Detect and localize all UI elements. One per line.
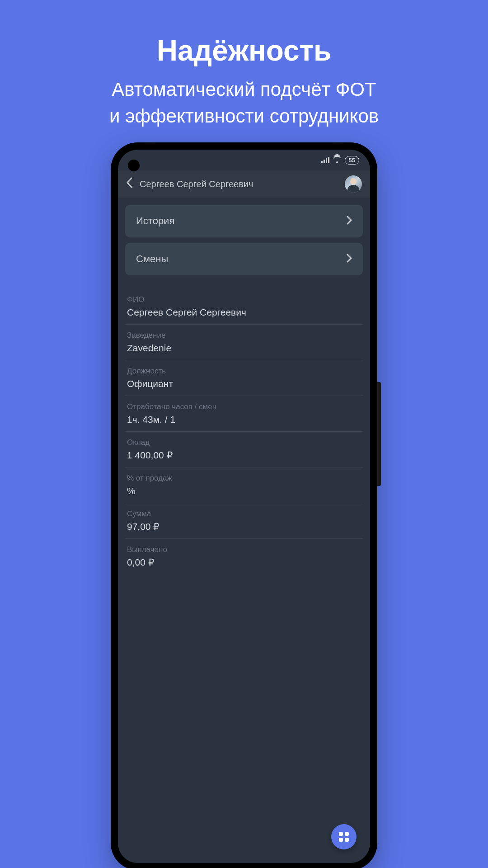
- info-row-sum: Сумма 97,00 ₽: [125, 503, 363, 539]
- nav-card-shifts-label: Смены: [136, 253, 168, 265]
- info-row-paid: Выплачено 0,00 ₽: [125, 539, 363, 574]
- info-label: Выплачено: [127, 545, 361, 554]
- promo-subtitle-line1: Автоматический подсчёт ФОТ: [112, 79, 376, 100]
- content-area: История Смены ФИО Сергеев С: [118, 198, 370, 574]
- info-label: % от продаж: [127, 474, 361, 483]
- info-label: Отработано часов / смен: [127, 402, 361, 411]
- app-header: Сергеев Сергей Сергеевич: [118, 170, 370, 198]
- info-value: Сергеев Сергей Сергеевич: [127, 307, 361, 318]
- nav-card-shifts[interactable]: Смены: [125, 243, 363, 275]
- nav-card-history-label: История: [136, 215, 174, 227]
- info-label: Оклад: [127, 438, 361, 447]
- info-section: ФИО Сергеев Сергей Сергеевич Заведение Z…: [125, 289, 363, 574]
- info-value: 0,00 ₽: [127, 557, 361, 568]
- info-value: Официант: [127, 378, 361, 389]
- signal-icon: [321, 157, 329, 163]
- promo-subtitle: Автоматический подсчёт ФОТ и эффективнос…: [0, 76, 488, 130]
- info-value: 1 400,00 ₽: [127, 450, 361, 461]
- info-row-hours: Отработано часов / смен 1ч. 43м. / 1: [125, 396, 363, 432]
- status-bar: 55: [118, 150, 370, 170]
- header-title: Сергеев Сергей Сергеевич: [140, 179, 338, 189]
- info-value: 1ч. 43м. / 1: [127, 414, 361, 425]
- wifi-icon: [333, 157, 341, 163]
- info-row-name: ФИО Сергеев Сергей Сергеевич: [125, 289, 363, 325]
- info-value: 97,00 ₽: [127, 521, 361, 532]
- avatar[interactable]: [345, 175, 362, 193]
- phone-side-button: [377, 382, 381, 486]
- phone-frame: 55 Сергеев Сергей Сергеевич История: [111, 142, 377, 868]
- status-icons: 55: [321, 156, 359, 165]
- info-value: Zavedenie: [127, 343, 361, 354]
- info-label: ФИО: [127, 295, 361, 304]
- back-icon[interactable]: [126, 177, 132, 191]
- camera-hole: [128, 160, 140, 171]
- info-row-venue: Заведение Zavedenie: [125, 325, 363, 360]
- promo-title: Надёжность: [0, 34, 488, 67]
- phone-screen: 55 Сергеев Сергей Сергеевич История: [118, 150, 370, 863]
- chevron-right-icon: [347, 215, 352, 227]
- info-value: %: [127, 486, 361, 496]
- grid-icon: [339, 832, 349, 842]
- info-row-percent: % от продаж %: [125, 467, 363, 503]
- info-label: Заведение: [127, 331, 361, 340]
- chevron-right-icon: [347, 253, 352, 265]
- fab-menu-button[interactable]: [331, 824, 357, 849]
- info-label: Сумма: [127, 509, 361, 519]
- info-label: Должность: [127, 367, 361, 376]
- info-row-salary: Оклад 1 400,00 ₽: [125, 432, 363, 467]
- nav-card-history[interactable]: История: [125, 205, 363, 237]
- promo-subtitle-line2: и эффективности сотрудников: [109, 105, 379, 127]
- battery-indicator: 55: [345, 156, 359, 165]
- info-row-position: Должность Официант: [125, 360, 363, 396]
